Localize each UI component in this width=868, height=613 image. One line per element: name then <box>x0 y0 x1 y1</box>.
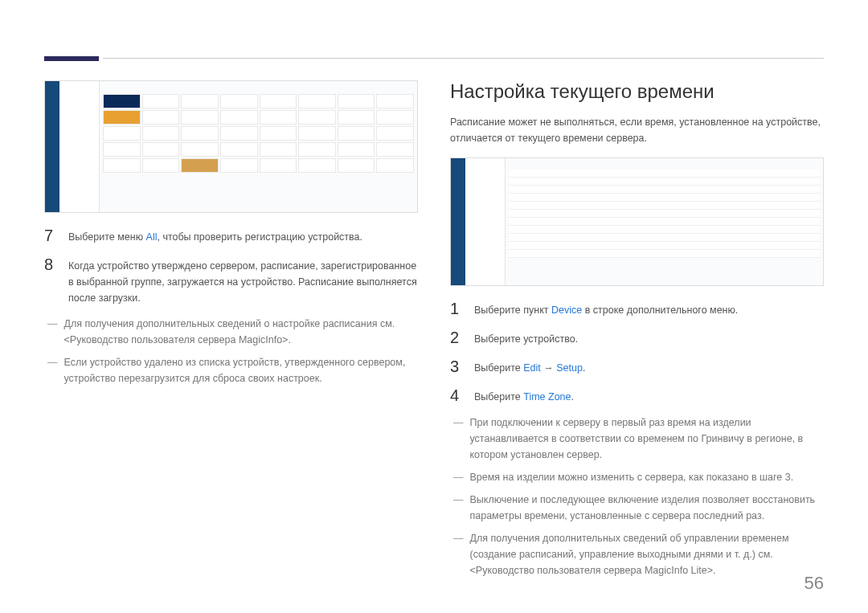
link-setup: Setup <box>556 362 583 374</box>
right-column: Настройка текущего времени Расписание мо… <box>450 80 824 585</box>
section-heading: Настройка текущего времени <box>450 80 824 103</box>
link-timezone: Time Zone <box>523 391 571 403</box>
note-item: ― Если устройство удалено из списка устр… <box>47 354 418 386</box>
step-text: Выберите пункт Device в строке дополните… <box>474 299 738 318</box>
text-fragment: . <box>571 391 574 403</box>
step-number: 8 <box>44 255 57 274</box>
dash-icon: ― <box>453 469 464 485</box>
header-accent-bar <box>44 56 99 61</box>
dash-icon: ― <box>453 415 464 463</box>
step-8: 8 Когда устройство утверждено сервером, … <box>44 255 418 306</box>
text-fragment: Выберите <box>474 391 523 403</box>
left-notes: ― Для получения дополнительных сведений … <box>44 316 418 386</box>
step-number: 4 <box>450 386 463 405</box>
link-device: Device <box>551 304 582 316</box>
page-number: 56 <box>805 573 824 594</box>
header-divider <box>103 58 824 59</box>
step-text: Когда устройство утверждено сервером, ра… <box>68 255 418 306</box>
right-notes: ― При подключении к серверу в первый раз… <box>450 415 824 578</box>
note-item: ― Для получения дополнительных сведений … <box>453 530 824 578</box>
step-number: 1 <box>450 299 463 318</box>
text-fragment: . <box>583 362 585 374</box>
intro-paragraph: Расписание может не выполняться, если вр… <box>450 114 824 146</box>
screenshot-device-setup <box>450 157 824 286</box>
step-text: Выберите меню All, чтобы проверить регис… <box>68 226 362 245</box>
dash-icon: ― <box>47 316 58 348</box>
dash-icon: ― <box>453 492 464 524</box>
step-3: 3 Выберите Edit → Setup. <box>450 357 824 376</box>
step-7: 7 Выберите меню All, чтобы проверить рег… <box>44 226 418 245</box>
note-text: Выключение и последующее включение издел… <box>470 492 825 524</box>
text-fragment: Выберите <box>474 362 523 374</box>
screenshot-device-all <box>44 80 418 213</box>
step-1: 1 Выберите пункт Device в строке дополни… <box>450 299 824 318</box>
arrow-icon: → <box>541 362 556 374</box>
text-fragment: в строке дополнительного меню. <box>582 304 738 316</box>
link-all: All <box>146 231 158 243</box>
step-4: 4 Выберите Time Zone. <box>450 386 824 405</box>
dash-icon: ― <box>47 354 58 386</box>
left-column: 7 Выберите меню All, чтобы проверить рег… <box>44 80 418 585</box>
note-text: Для получения дополнительных сведений об… <box>470 530 825 578</box>
dash-icon: ― <box>453 530 464 578</box>
content-columns: 7 Выберите меню All, чтобы проверить рег… <box>44 80 824 585</box>
step-number: 3 <box>450 357 463 376</box>
note-text: Если устройство удалено из списка устрой… <box>64 354 419 386</box>
text-fragment: Выберите пункт <box>474 304 551 316</box>
step-text: Выберите Time Zone. <box>474 386 574 405</box>
step-text: Выберите устройство. <box>474 328 578 347</box>
note-item: ― Время на изделии можно изменить с серв… <box>453 469 824 485</box>
note-text: Для получения дополнительных сведений о … <box>64 316 419 348</box>
step-text: Выберите Edit → Setup. <box>474 357 585 376</box>
note-item: ― Выключение и последующее включение изд… <box>453 492 824 524</box>
text-fragment: , чтобы проверить регистрацию устройства… <box>157 231 362 243</box>
step-2: 2 Выберите устройство. <box>450 328 824 347</box>
note-text: Время на изделии можно изменить с сервер… <box>470 469 794 485</box>
step-number: 2 <box>450 328 463 347</box>
text-fragment: Выберите меню <box>68 231 146 243</box>
note-text: При подключении к серверу в первый раз в… <box>470 415 825 463</box>
note-item: ― Для получения дополнительных сведений … <box>47 316 418 348</box>
link-edit: Edit <box>523 362 541 374</box>
note-item: ― При подключении к серверу в первый раз… <box>453 415 824 463</box>
step-number: 7 <box>44 226 57 245</box>
